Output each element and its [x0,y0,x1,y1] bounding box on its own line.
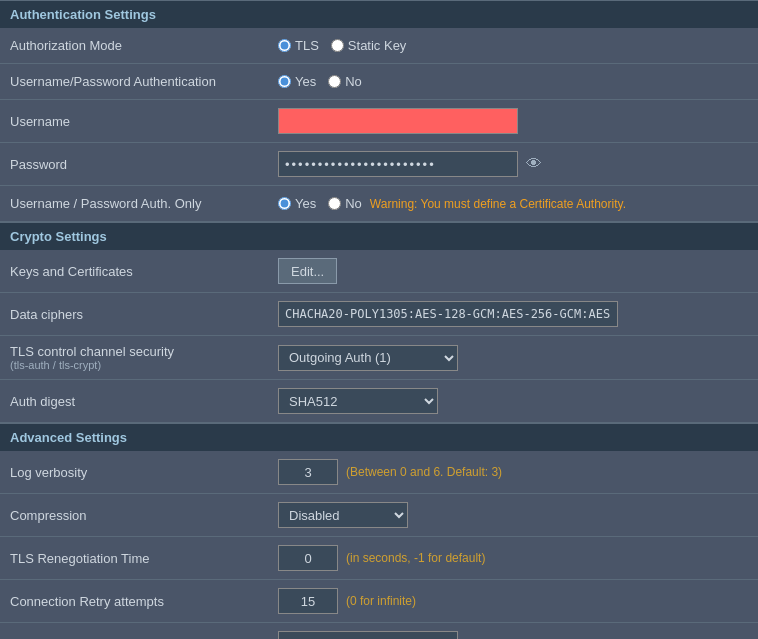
up-only-warning: Warning: You must define a Certificate A… [370,197,626,211]
auth-mode-static-radio[interactable] [331,39,344,52]
password-toggle-icon[interactable]: 👁︎ [526,155,542,173]
data-ciphers-input[interactable] [278,301,618,327]
auth-mode-label: Authorization Mode [0,34,270,57]
log-verbosity-row: Log verbosity (Between 0 and 6. Default:… [0,451,758,494]
username-input[interactable] [278,108,518,134]
username-password-auth-value: Yes No [270,70,758,93]
password-row: Password 👁︎ [0,143,758,186]
keys-certs-value: Edit... [270,254,758,288]
auth-mode-static-option[interactable]: Static Key [331,38,407,53]
keys-certs-row: Keys and Certificates Edit... [0,250,758,293]
crypto-section-header: Crypto Settings [0,222,758,250]
connection-retry-value: (0 for infinite) [270,584,758,618]
username-row: Username [0,100,758,143]
tls-renegotiation-hint: (in seconds, -1 for default) [346,551,485,565]
connection-retry-hint: (0 for infinite) [346,594,416,608]
up-only-yes-option[interactable]: Yes [278,196,316,211]
tls-control-row: TLS control channel security (tls-auth /… [0,336,758,380]
password-value: 👁︎ [270,147,758,181]
up-auth-no-option[interactable]: No [328,74,362,89]
username-password-auth-label: Username/Password Authentication [0,70,270,93]
up-auth-yes-label[interactable]: Yes [295,74,316,89]
auth-mode-value: TLS Static Key [270,34,758,57]
tls-control-value: Outgoing Auth (1) Outgoing Auth (0) Outg… [270,341,758,375]
auth-mode-row: Authorization Mode TLS Static Key [0,28,758,64]
advanced-section-header: Advanced Settings [0,423,758,451]
up-only-yes-radio[interactable] [278,197,291,210]
verify-server-cert-label: Verify Server Certificate Name [0,633,270,640]
verify-server-cert-select[interactable]: No Yes [278,631,458,639]
up-auth-yes-radio[interactable] [278,75,291,88]
data-ciphers-row: Data ciphers [0,293,758,336]
connection-retry-row: Connection Retry attempts (0 for infinit… [0,580,758,623]
log-verbosity-value: (Between 0 and 6. Default: 3) [270,455,758,489]
up-auth-only-radio-group: Yes No [278,196,362,211]
up-auth-no-radio[interactable] [328,75,341,88]
auth-digest-value: SHA512 SHA256 SHA1 MD5 [270,384,758,418]
auth-mode-tls-label[interactable]: TLS [295,38,319,53]
log-verbosity-label: Log verbosity [0,461,270,484]
auth-mode-radio-group: TLS Static Key [278,38,406,53]
password-label: Password [0,153,270,176]
tls-control-sublabel: (tls-auth / tls-crypt) [10,359,260,371]
data-ciphers-value [270,297,758,331]
username-password-auth-row: Username/Password Authentication Yes No [0,64,758,100]
keys-certs-label: Keys and Certificates [0,260,270,283]
up-auth-no-label[interactable]: No [345,74,362,89]
up-only-no-label[interactable]: No [345,196,362,211]
auth-mode-static-label[interactable]: Static Key [348,38,407,53]
data-ciphers-label: Data ciphers [0,303,270,326]
auth-mode-tls-option[interactable]: TLS [278,38,319,53]
connection-retry-label: Connection Retry attempts [0,590,270,613]
up-only-no-option[interactable]: No [328,196,362,211]
edit-keys-button[interactable]: Edit... [278,258,337,284]
up-only-yes-label[interactable]: Yes [295,196,316,211]
up-auth-only-row: Username / Password Auth. Only Yes No Wa… [0,186,758,222]
up-auth-only-label: Username / Password Auth. Only [0,192,270,215]
auth-mode-tls-radio[interactable] [278,39,291,52]
auth-digest-select[interactable]: SHA512 SHA256 SHA1 MD5 [278,388,438,414]
tls-renegotiation-input[interactable] [278,545,338,571]
compression-select[interactable]: Disabled Enabled LZ4 LZO [278,502,408,528]
password-input[interactable] [278,151,518,177]
tls-control-select[interactable]: Outgoing Auth (1) Outgoing Auth (0) Outg… [278,345,458,371]
compression-row: Compression Disabled Enabled LZ4 LZO [0,494,758,537]
crypto-section-title: Crypto Settings [10,229,107,244]
auth-digest-row: Auth digest SHA512 SHA256 SHA1 MD5 [0,380,758,423]
auth-digest-label: Auth digest [0,390,270,413]
up-only-no-radio[interactable] [328,197,341,210]
username-label: Username [0,110,270,133]
advanced-section-title: Advanced Settings [10,430,127,445]
connection-retry-input[interactable] [278,588,338,614]
tls-renegotiation-value: (in seconds, -1 for default) [270,541,758,575]
log-verbosity-hint: (Between 0 and 6. Default: 3) [346,465,502,479]
up-auth-only-value: Yes No Warning: You must define a Certif… [270,192,758,215]
compression-value: Disabled Enabled LZ4 LZO [270,498,758,532]
verify-server-cert-value: No Yes [270,627,758,639]
tls-renegotiation-row: TLS Renegotiation Time (in seconds, -1 f… [0,537,758,580]
up-auth-yes-option[interactable]: Yes [278,74,316,89]
verify-server-cert-row: Verify Server Certificate Name No Yes [0,623,758,639]
username-password-auth-radio-group: Yes No [278,74,362,89]
settings-container: Authentication Settings Authorization Mo… [0,0,758,639]
auth-section-title: Authentication Settings [10,7,156,22]
tls-control-label: TLS control channel security (tls-auth /… [0,340,270,375]
username-value [270,104,758,138]
log-verbosity-input[interactable] [278,459,338,485]
tls-renegotiation-label: TLS Renegotiation Time [0,547,270,570]
compression-label: Compression [0,504,270,527]
auth-section-header: Authentication Settings [0,0,758,28]
